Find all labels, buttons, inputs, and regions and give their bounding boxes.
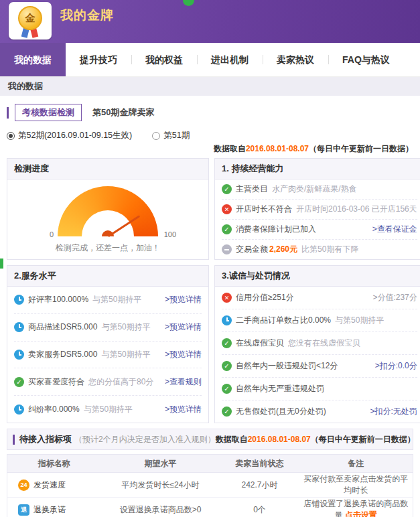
- metric-row: 信用分值≥251分 >分值:237分: [222, 287, 417, 309]
- remark-cell: 买家付款至卖家点击发货的平均时长: [299, 473, 413, 498]
- metric-name: 发货速度: [33, 479, 66, 491]
- metric-label: 好评率100.000%: [28, 294, 88, 305]
- metric-value: 2,260元: [269, 244, 297, 255]
- tab-seller-hot-topics[interactable]: 卖家热议: [263, 43, 328, 76]
- deduction-detail-link[interactable]: >扣分:无处罚: [366, 406, 417, 417]
- clock-icon: [14, 404, 24, 415]
- deduction-detail-link[interactable]: >扣分:0.0分: [371, 360, 417, 372]
- main-nav: 我的数据 提升技巧 我的权益 进出机制 卖家热议 FAQ与热议: [0, 43, 420, 77]
- metric-sub: 与第50期持平: [84, 404, 133, 415]
- col-remark: 备注: [299, 455, 413, 473]
- metric-label: 二手商品订单数占比0.00%: [236, 315, 331, 326]
- radio-unselected-icon[interactable]: [152, 132, 160, 140]
- check-icon: [222, 184, 232, 194]
- metric-sub: 与第50期持平: [101, 321, 150, 333]
- metric-label: 信用分值≥251分: [236, 292, 294, 303]
- metric-label: 纠纷率0.000%: [28, 404, 80, 415]
- pending-section-header: 待接入指标项 （预计2个月内决定是否加入准入规则） 数据取自2016.08.01…: [7, 429, 413, 450]
- progress-gauge: 0 100: [58, 186, 158, 236]
- check-icon: [222, 224, 232, 234]
- metric-row: 买家喜爱度符合 您的分值高于80分 >查看规则: [14, 368, 202, 396]
- metric-sub: 与第50期持平: [92, 294, 141, 305]
- tab-entry-exit-rules[interactable]: 进出机制: [197, 43, 263, 76]
- metric-sub: 您没有在线虚假宝贝: [288, 338, 360, 349]
- tab-faq[interactable]: FAQ与热议: [328, 43, 404, 76]
- metric-label: 卖家服务DSR5.000: [28, 349, 97, 360]
- gauge-max-label: 100: [164, 230, 176, 238]
- metric-sub: 与第50期持平: [101, 349, 150, 360]
- period-selector: 第52期(2016.09.01-09.15生效) 第51期: [7, 130, 413, 141]
- metric-row: 纠纷率0.000% 与第50期持平 >预览详情: [14, 396, 202, 423]
- panel-credit-title: 3.诚信与处罚情况: [215, 266, 420, 287]
- check-icon: [222, 338, 232, 348]
- col-expected-level: 期望水平: [101, 455, 220, 473]
- cross-icon: [222, 293, 232, 303]
- medal-character: 金: [25, 12, 36, 25]
- metric-label: 自然年内无严重违规处罚: [236, 383, 324, 394]
- metric-label: 消费者保障计划已加入: [236, 224, 316, 235]
- check-icon: [222, 384, 232, 394]
- metric-row: 消费者保障计划已加入 >查看保证金: [222, 220, 417, 240]
- metric-row: 卖家服务DSR5.000 与第50期持平 >预览详情: [14, 342, 202, 369]
- click-to-set-link[interactable]: 点击设置: [345, 510, 377, 517]
- radio-selected-icon[interactable]: [7, 132, 15, 140]
- gauge-wrap: 0 100 检测完成，还差一点，加油！: [7, 179, 208, 259]
- score-detail-link[interactable]: >分值:237分: [368, 292, 417, 303]
- panel-service-body: 好评率100.000% 与第50期持平 >预览详情 商品描述DSR5.000 与…: [7, 287, 208, 423]
- panel-service-title: 2.服务水平: [7, 266, 208, 287]
- purple-accent-bar: [7, 107, 9, 119]
- gauge-caption: 检测完成，还差一点，加油！: [56, 242, 160, 254]
- metric-row: 商品描述DSR5.000 与第50期持平 >预览详情: [14, 314, 202, 342]
- preview-detail-link[interactable]: >预览详情: [161, 294, 202, 305]
- left-edge-marker: [0, 258, 3, 269]
- preview-detail-link[interactable]: >预览详情: [161, 349, 202, 360]
- radio-period-51[interactable]: 第51期: [152, 130, 190, 141]
- metric-label: 自然年内一般违规处罚<12分: [236, 360, 338, 372]
- view-rules-link[interactable]: >查看规则: [161, 376, 202, 388]
- return-promise-icon: 退: [18, 504, 29, 516]
- panel-sustain: 1. 持续经营能力 主营类目 水产肉类/新鲜蔬果/熟食 开店时长不符合 开店时间…: [214, 158, 420, 260]
- gold-medal-icon: 金: [18, 6, 42, 30]
- gold-medal-seller-page: 金 我的金牌 我的数据 提升技巧 我的权益 进出机制 卖家热议 FAQ与热议 我…: [0, 0, 420, 517]
- metric-row: 在线虚假宝贝 您没有在线虚假宝贝: [222, 332, 417, 355]
- metrics-grid: 检测进度 0 100 检测完成，还差一点，加油！ 1. 持续经营能力: [7, 158, 413, 423]
- tab-improve-skills[interactable]: 提升技巧: [66, 43, 131, 76]
- panel-progress-title: 检测进度: [7, 159, 208, 179]
- pending-title: 待接入指标项: [19, 433, 72, 445]
- data-note: 数据取自2016.08.01-08.07（每日中午更新前一日数据）: [216, 434, 415, 445]
- content-area: 考核数据检测 第50期金牌卖家 第52期(2016.09.01-09.15生效)…: [0, 96, 420, 517]
- metric-label: 交易金额: [236, 244, 268, 255]
- tab-my-data[interactable]: 我的数据: [0, 43, 66, 76]
- clock-icon: [14, 295, 24, 305]
- page-header: 金 我的金牌: [0, 0, 420, 43]
- pending-note: （预计2个月内决定是否加入准入规则）: [74, 434, 216, 445]
- table-row: 退退换承诺 设置退换承诺商品数>0 0个 店铺设置了退换承诺的商品数量点击设置: [7, 498, 413, 517]
- metric-label: 商品描述DSR5.000: [28, 321, 97, 333]
- radio-period-52[interactable]: 第52期(2016.09.01-09.15生效): [7, 130, 132, 141]
- expected-level-cell: 设置退换承诺商品数>0: [101, 498, 220, 517]
- metric-row: 主营类目 水产肉类/新鲜蔬果/熟食: [222, 179, 417, 200]
- clock-icon: [14, 322, 24, 332]
- subtab-assessment-data[interactable]: 考核数据检测: [15, 104, 82, 121]
- metric-sub: 开店时间2016-03-06 已开店156天: [296, 204, 417, 215]
- data-note-date: 2016.08.01-08.07: [246, 144, 309, 153]
- subtab-period-50-sellers[interactable]: 第50期金牌卖家: [92, 106, 154, 119]
- data-note-suffix: （每日中午更新前一日数据）: [311, 435, 415, 444]
- panel-credit: 3.诚信与处罚情况 信用分值≥251分 >分值:237分 二手商品订单数占比0.…: [214, 265, 420, 423]
- metric-name-cell: 24发货速度: [7, 473, 101, 498]
- remark-cell: 店铺设置了退换承诺的商品数量点击设置: [299, 498, 413, 517]
- expected-level-cell: 平均发货时长≤24小时: [101, 473, 220, 498]
- tab-my-benefits[interactable]: 我的权益: [131, 43, 197, 76]
- preview-detail-link[interactable]: >预览详情: [161, 321, 202, 333]
- view-deposit-link[interactable]: >查看保证金: [368, 224, 417, 235]
- metric-sub: 与第50期持平: [335, 315, 384, 326]
- data-note-date: 2016.08.01-08.07: [248, 435, 311, 444]
- metric-label: 买家喜爱度符合: [28, 376, 84, 388]
- cross-icon: [222, 204, 232, 214]
- metric-label: 开店时长不符合: [236, 204, 292, 215]
- shipping-speed-icon: 24: [18, 479, 29, 491]
- metric-label: 在线虚假宝贝: [236, 338, 284, 349]
- check-icon: [222, 361, 232, 371]
- preview-detail-link[interactable]: >预览详情: [161, 404, 202, 415]
- metric-label: 无售假处罚(且无0分处罚): [236, 406, 326, 417]
